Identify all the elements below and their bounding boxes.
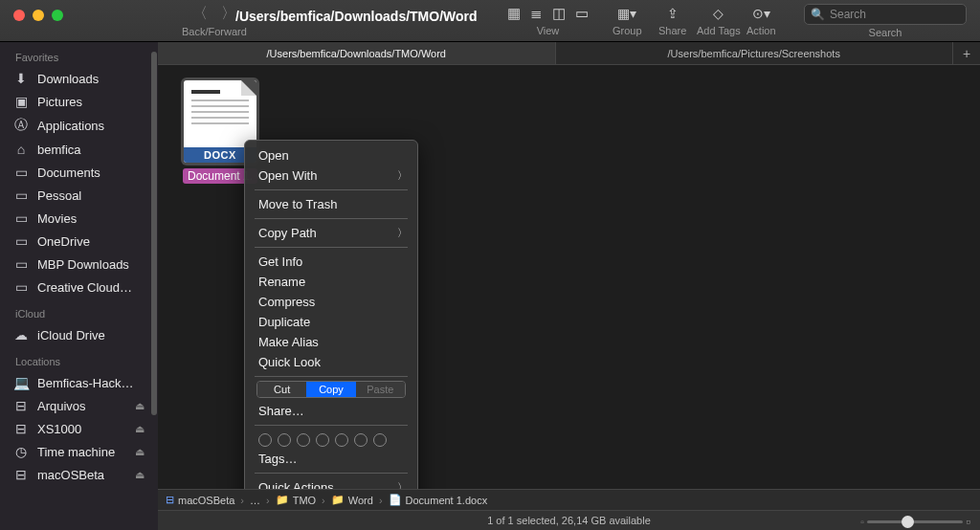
sidebar-item-timemachine[interactable]: ◷Time machine⏏ [0, 440, 158, 463]
menu-separator [255, 473, 408, 474]
sidebar-item-label: Pessoal [37, 188, 81, 203]
sidebar-item-downloads[interactable]: ⬇Downloads [0, 67, 158, 90]
action-button-group: ⊙▾ Action [746, 4, 776, 36]
sidebar-item-label: iCloud Drive [37, 328, 105, 342]
sidebar-item-label: Documents [37, 166, 100, 180]
sidebar-item-label: macOSBeta [37, 468, 104, 482]
path-segment-file[interactable]: 📄Document 1.docx [389, 494, 488, 506]
tag-color-option[interactable] [354, 433, 368, 447]
sidebar-scrollbar[interactable] [151, 52, 157, 415]
menu-copy[interactable]: Copy [306, 382, 355, 397]
share-label: Share [658, 25, 686, 36]
menu-label: Make Alias [258, 335, 319, 349]
sidebar-item-arquivos[interactable]: ⊟Arquivos⏏ [0, 394, 158, 417]
menu-open[interactable]: Open [245, 145, 417, 166]
share-icon[interactable]: ⇪ [667, 6, 679, 21]
sidebar-item-home[interactable]: ⌂bemfica [0, 138, 158, 161]
tag-color-option[interactable] [316, 433, 329, 447]
menu-share[interactable]: Share… [245, 401, 417, 421]
search-input[interactable]: 🔍 Search [804, 4, 967, 25]
column-view-button[interactable]: ◫ [552, 5, 566, 22]
menu-move-to-trash[interactable]: Move to Trash [245, 194, 417, 214]
eject-icon[interactable]: ⏏ [135, 400, 145, 412]
sidebar-item-label: Arquivos [37, 399, 86, 413]
sidebar-item-icloud-drive[interactable]: ☁iCloud Drive [0, 323, 158, 346]
cloud-icon: ☁ [13, 327, 29, 342]
sidebar-item-label: Downloads [37, 72, 99, 86]
path-segment[interactable]: 📁TMO [276, 494, 316, 506]
path-label: Word [348, 495, 373, 506]
zoom-window-button[interactable] [52, 10, 63, 21]
slider-track[interactable] [867, 520, 963, 523]
icon-size-slider[interactable]: ▫ ▫ [860, 514, 970, 529]
sidebar-item-pictures[interactable]: ▣Pictures [0, 90, 158, 113]
menu-label: Get Info [258, 254, 302, 269]
sidebar-item-label: Applications [37, 119, 104, 133]
sidebar-item-movies[interactable]: ▭Movies [0, 207, 158, 230]
menu-get-info[interactable]: Get Info [245, 252, 417, 272]
gallery-view-button[interactable]: ▭ [575, 5, 589, 22]
folder-icon: ▭ [13, 210, 29, 226]
pictures-icon: ▣ [13, 94, 29, 109]
menu-open-with[interactable]: Open With〉 [245, 166, 417, 186]
eject-icon[interactable]: ⏏ [135, 423, 145, 435]
action-icon[interactable]: ⊙▾ [752, 6, 770, 21]
sidebar-item-documents[interactable]: ▭Documents [0, 161, 158, 184]
menu-make-alias[interactable]: Make Alias [245, 332, 417, 352]
disk-icon: ⊟ [166, 494, 174, 506]
tag-color-option[interactable] [278, 433, 291, 447]
slider-thumb[interactable] [902, 516, 914, 528]
small-icon: ▫ [860, 517, 864, 527]
tags-button-group: ◇ Add Tags [697, 4, 741, 36]
sidebar-item-onedrive[interactable]: ▭OneDrive [0, 230, 158, 253]
menu-duplicate[interactable]: Duplicate [245, 312, 417, 332]
folder-icon: ▭ [13, 233, 29, 249]
tab-label: /Users/bemfica/Downloads/TMO/Word [267, 48, 446, 59]
tag-color-option[interactable] [335, 433, 348, 447]
share-button-group: ⇪ Share [658, 4, 686, 36]
path-segment-ellipsis[interactable]: … [250, 495, 260, 506]
sidebar-item-applications[interactable]: ⒶApplications [0, 113, 158, 138]
sidebar-item-computer[interactable]: 💻Bemficas-Hack… [0, 371, 158, 394]
forward-button[interactable]: 〉 [221, 4, 236, 24]
sidebar-item-macosbeta[interactable]: ⊟macOSBeta⏏ [0, 463, 158, 486]
tag-color-option[interactable] [258, 433, 272, 447]
close-window-button[interactable] [13, 10, 25, 21]
sidebar-item-pessoal[interactable]: ▭Pessoal [0, 184, 158, 207]
icon-view-button[interactable]: ▦ [507, 5, 521, 22]
path-segment[interactable]: ⊟macOSBeta [166, 494, 234, 506]
minimize-window-button[interactable] [33, 10, 44, 21]
new-tab-button[interactable]: + [953, 42, 980, 64]
menu-quick-look[interactable]: Quick Look [245, 352, 417, 372]
tag-color-option[interactable] [297, 433, 310, 447]
list-view-button[interactable]: ≣ [530, 5, 543, 22]
tab-1[interactable]: /Users/bemfica/Downloads/TMO/Word [158, 42, 556, 64]
tag-icon[interactable]: ◇ [713, 6, 724, 21]
menu-copy-path[interactable]: Copy Path〉 [245, 223, 417, 243]
tab-2[interactable]: /Users/bemfica/Pictures/Screenshots [556, 42, 954, 64]
menu-rename[interactable]: Rename [245, 272, 417, 292]
menu-tags[interactable]: Tags… [245, 449, 417, 469]
group-label: Group [612, 25, 642, 36]
group-icon[interactable]: ▦▾ [617, 6, 636, 21]
disk-icon: ⊟ [13, 398, 29, 413]
path-separator: › [238, 495, 246, 506]
sidebar-item-xs1000[interactable]: ⊟XS1000⏏ [0, 417, 158, 440]
sidebar-item-mbp-downloads[interactable]: ▭MBP Downloads [0, 253, 158, 276]
back-button[interactable]: 〈 [192, 4, 208, 24]
eject-icon[interactable]: ⏏ [135, 446, 145, 458]
sidebar-item-label: Bemficas-Hack… [37, 376, 133, 390]
applications-icon: Ⓐ [13, 117, 29, 134]
menu-separator [255, 425, 408, 426]
sidebar-item-creative-cloud[interactable]: ▭Creative Cloud… [0, 276, 158, 298]
menu-label: Duplicate [258, 315, 310, 329]
path-segment[interactable]: 📁Word [331, 494, 373, 506]
eject-icon[interactable]: ⏏ [135, 469, 145, 481]
menu-compress[interactable]: Compress [245, 292, 417, 312]
view-label: View [537, 25, 560, 36]
menu-cut[interactable]: Cut [257, 382, 306, 397]
tag-color-option[interactable] [373, 433, 387, 447]
sidebar: Favorites ⬇Downloads ▣Pictures ⒶApplicat… [0, 42, 158, 530]
sidebar-item-label: bemfica [37, 143, 81, 157]
folder-icon: 📁 [276, 494, 289, 506]
